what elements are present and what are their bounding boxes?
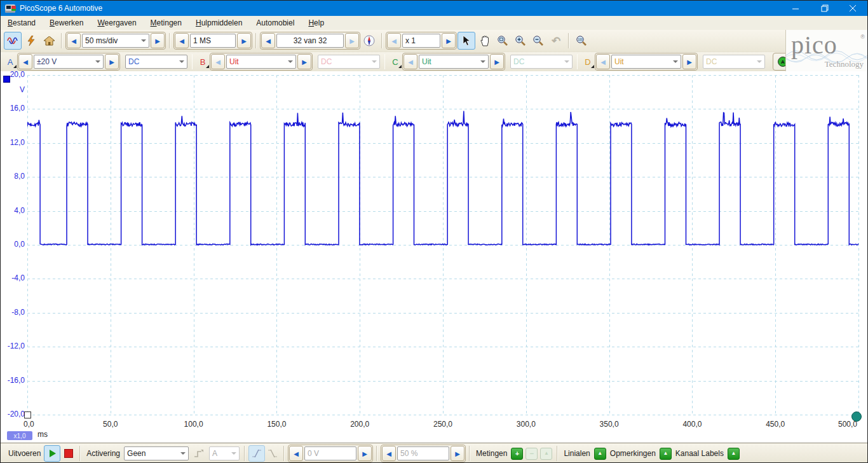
channel-b-range-next-button[interactable]: ▶	[297, 54, 311, 69]
home-icon[interactable]	[41, 32, 57, 49]
falling-edge-icon[interactable]	[265, 446, 280, 461]
trigger-marker-icon[interactable]	[191, 445, 207, 462]
zoom-100-icon[interactable]: 100	[573, 32, 590, 49]
trigger-level-down-button[interactable]: ◀	[289, 446, 303, 461]
add-measurement-button[interactable]: +	[511, 448, 523, 460]
channel-c-range-next-button[interactable]: ▶	[490, 54, 504, 69]
x-tick-label: 150,0	[257, 420, 295, 429]
menu-item-automobiel[interactable]: Automobiel	[249, 17, 301, 29]
channel-a-range-select[interactable]: ±20 V	[34, 55, 104, 69]
pico-logo: pico ® Technology	[785, 30, 867, 72]
svg-text:100: 100	[578, 38, 583, 41]
channel-b-menu-button[interactable]: B	[196, 55, 210, 69]
close-button[interactable]	[839, 1, 867, 16]
channel-labels-panel-button[interactable]: ▲	[728, 448, 740, 460]
minimize-button[interactable]	[782, 1, 810, 16]
channel-a-menu-button[interactable]: A	[3, 55, 17, 69]
channel-b-range-select[interactable]: Uit	[226, 55, 296, 69]
samples-prev-button[interactable]: ◀	[175, 33, 189, 48]
timebase-select[interactable]: 50 ms/div	[82, 34, 149, 48]
zoom-prev-button[interactable]: ◀	[387, 33, 401, 48]
auto-setup-icon[interactable]	[23, 32, 39, 49]
select-cursor-icon[interactable]	[458, 32, 475, 50]
channel-a-axis-marker[interactable]	[3, 76, 10, 83]
trigger-mode-select[interactable]: Geen	[124, 446, 189, 460]
channel-d-range-select[interactable]: Uit	[611, 55, 681, 69]
channel-d-range-group: ◀Uit▶	[595, 53, 698, 71]
run-button[interactable]	[44, 445, 60, 462]
buffer-next-button[interactable]: ▶	[345, 33, 359, 48]
timebase-prev-button[interactable]: ◀	[67, 33, 81, 48]
menu-item-metingen[interactable]: Metingen	[144, 17, 189, 29]
pretrigger-input[interactable]: 50 %	[397, 446, 449, 460]
trigger-end-marker[interactable]	[851, 411, 862, 422]
zoom-next-button[interactable]: ▶	[442, 33, 456, 48]
menu-item-weergaven[interactable]: Weergaven	[90, 17, 143, 29]
zoom-out-icon[interactable]	[530, 32, 546, 49]
compass-navigator-icon[interactable]	[361, 32, 377, 49]
x-tick-label: 50,0	[92, 420, 130, 429]
y-tick-label: -12,0	[1, 342, 25, 350]
trigger-level-input[interactable]: 0 V	[304, 446, 356, 460]
channel-a-waveform	[27, 75, 858, 415]
rulers-panel-button[interactable]: ▲	[594, 448, 606, 460]
channel-a-coupling-select[interactable]: DC	[125, 55, 187, 69]
samples-input[interactable]: 1 MS	[190, 34, 236, 48]
channel-b-range-value: Uit	[229, 57, 239, 66]
x-tick-label: 0,0	[24, 420, 34, 429]
stop-button[interactable]	[62, 446, 76, 461]
chevron-down-icon	[673, 60, 678, 63]
waveform-view-icon[interactable]	[4, 32, 22, 50]
scope-view[interactable]: 20,016,012,08,04,00,0-4,0-8,0-12,0-16,0-…	[1, 71, 868, 443]
notes-panel-button[interactable]: ▲	[660, 448, 672, 460]
channel-c-range-prev-button[interactable]: ◀	[403, 54, 417, 69]
channel-d-menu-button[interactable]: D	[581, 55, 595, 69]
remove-measurement-button[interactable]: −	[526, 448, 538, 460]
channel-d-range-value: Uit	[614, 57, 624, 66]
title-bar: PicoScope 6 Automotive	[1, 1, 867, 16]
channel-c-coupling-select[interactable]: DC	[510, 55, 573, 69]
channel-c-menu-button[interactable]: C	[388, 55, 402, 69]
pan-hand-icon[interactable]	[477, 32, 493, 49]
pretrigger-up-button[interactable]: ▶	[451, 446, 465, 461]
trigger-level-up-button[interactable]: ▶	[358, 446, 372, 461]
chevron-down-icon	[480, 60, 485, 63]
zoom-in-icon[interactable]	[512, 32, 529, 49]
samples-next-button[interactable]: ▶	[237, 33, 251, 48]
buffer-indicator[interactable]: 32 van 32	[276, 34, 344, 48]
x-scale-badge: x1,0	[7, 431, 32, 440]
logo-registered-mark: ®	[860, 34, 865, 40]
menu-item-hulpmiddelen[interactable]: Hulpmiddelen	[189, 17, 249, 29]
measurements-panel-button[interactable]: ▲	[540, 448, 552, 460]
channel-b-range-group: ◀Uit▶	[210, 53, 313, 71]
channel-a-range-next-button[interactable]: ▶	[105, 54, 119, 69]
zoom-factor-input[interactable]: x 1	[402, 34, 440, 48]
channel-b-range-prev-button[interactable]: ◀	[211, 54, 225, 69]
timebase-next-button[interactable]: ▶	[151, 33, 165, 48]
pretrigger-down-button[interactable]: ◀	[382, 446, 396, 461]
undo-icon[interactable]: ↶	[548, 32, 564, 49]
axis-origin-handle[interactable]	[24, 411, 31, 418]
x-tick-label: 400,0	[673, 420, 711, 429]
menu-item-bestand[interactable]: Bestand	[1, 17, 43, 29]
trigger-source-select[interactable]: A	[209, 446, 240, 460]
channel-d-range-prev-button[interactable]: ◀	[596, 54, 610, 69]
channel-d-range-next-button[interactable]: ▶	[682, 54, 696, 69]
rising-edge-icon[interactable]	[248, 445, 265, 462]
restore-button[interactable]	[810, 1, 839, 16]
chevron-down-icon	[288, 60, 293, 63]
chevron-down-icon	[231, 452, 236, 455]
y-axis-unit: V	[1, 85, 25, 94]
zoom-window-icon[interactable]	[494, 32, 511, 49]
buffer-prev-button[interactable]: ◀	[261, 33, 275, 48]
channel-b-coupling-select[interactable]: DC	[318, 55, 380, 69]
channel-a-range-prev-button[interactable]: ◀	[18, 54, 32, 69]
grid-vline	[858, 75, 859, 415]
menu-item-help[interactable]: Help	[301, 17, 331, 29]
menu-item-bewerken[interactable]: Bewerken	[43, 17, 90, 29]
y-tick-label: 4,0	[1, 206, 25, 215]
channel-d-coupling-select[interactable]: DC	[703, 55, 765, 69]
channel-c-range-select[interactable]: Uit	[419, 55, 489, 69]
run-label: Uitvoeren	[8, 449, 41, 458]
notes-label: Opmerkingen	[610, 449, 656, 458]
